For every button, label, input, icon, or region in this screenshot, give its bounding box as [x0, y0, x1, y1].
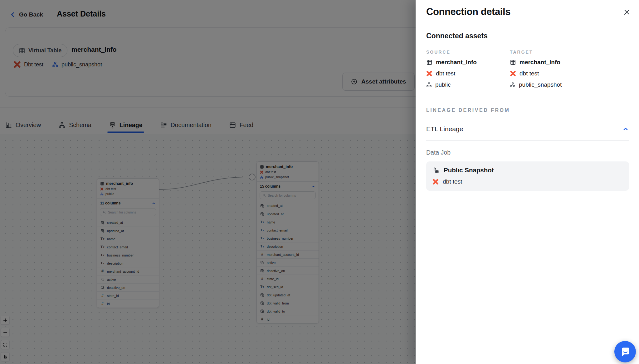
target-label: TARGET	[510, 50, 593, 55]
source-integration-row: dbt test	[426, 70, 510, 77]
app-root: Go Back Asset Details Virtual Table merc…	[0, 0, 639, 364]
connected-assets-grid: SOURCE merchant_info dbt test public TAR…	[426, 50, 629, 88]
target-integration: dbt test	[519, 70, 539, 77]
source-asset-name: merchant_info	[436, 59, 477, 66]
close-icon	[623, 8, 631, 16]
data-job-integration: dbt test	[443, 178, 462, 185]
target-column: TARGET merchant_info dbt test public_sna…	[510, 50, 593, 88]
dbt-icon	[432, 179, 439, 185]
modal-overlay[interactable]	[0, 0, 416, 364]
lineage-derived-heading: LINEAGE DERIVED FROM	[426, 108, 629, 113]
data-job-icon	[432, 167, 440, 174]
etl-lineage-toggle[interactable]: ETL Lineage	[426, 125, 629, 133]
source-schema-row: public	[426, 81, 510, 88]
connection-details-panel: Connection details Connected assets SOUR…	[416, 0, 639, 364]
chat-launcher-button[interactable]	[614, 341, 636, 362]
schema-tree-icon	[426, 82, 432, 88]
panel-title: Connection details	[426, 6, 629, 17]
etl-lineage-label: ETL Lineage	[426, 125, 463, 133]
table-grid-icon	[510, 59, 516, 65]
panel-divider	[426, 140, 629, 141]
source-column: SOURCE merchant_info dbt test public	[426, 50, 510, 88]
panel-divider	[426, 97, 629, 97]
target-asset-name: merchant_info	[519, 59, 560, 66]
data-job-card[interactable]: Public Snapshot dbt test	[426, 161, 629, 191]
data-job-label: Data Job	[426, 149, 629, 156]
data-job-name: Public Snapshot	[444, 166, 494, 174]
target-schema-row: public_snapshot	[510, 81, 593, 88]
source-asset-row[interactable]: merchant_info	[426, 59, 510, 66]
source-schema: public	[435, 81, 451, 88]
schema-tree-icon	[510, 82, 515, 88]
chat-bubble-icon	[620, 346, 631, 357]
table-grid-icon	[426, 59, 432, 65]
source-label: SOURCE	[426, 50, 510, 55]
target-asset-row[interactable]: merchant_info	[510, 59, 593, 66]
source-integration: dbt test	[436, 70, 455, 77]
target-schema: public_snapshot	[519, 81, 562, 88]
dbt-icon	[510, 70, 516, 77]
dbt-icon	[426, 70, 432, 77]
target-integration-row: dbt test	[510, 70, 593, 77]
chevron-up-icon	[622, 126, 629, 132]
connected-assets-heading: Connected assets	[426, 32, 629, 40]
panel-divider	[426, 199, 629, 199]
close-panel-button[interactable]	[622, 7, 632, 17]
